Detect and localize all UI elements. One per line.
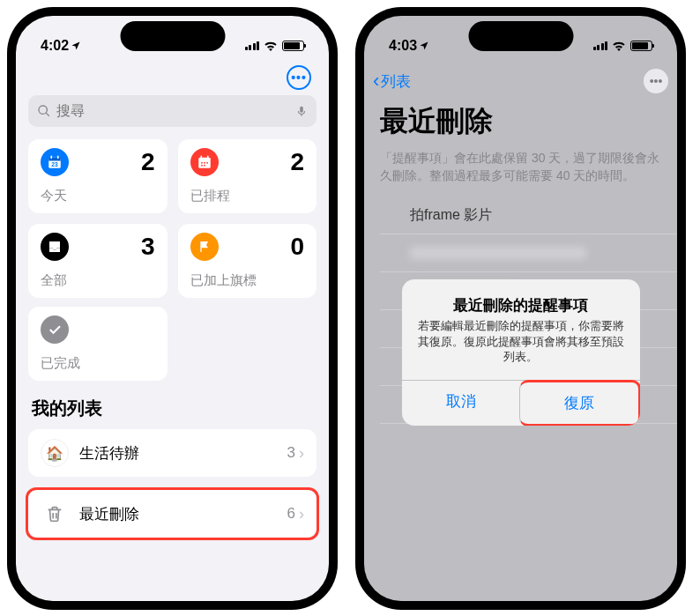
back-label: 列表 — [381, 71, 411, 92]
card-today-label: 今天 — [41, 188, 155, 204]
svg-point-9 — [204, 162, 205, 164]
house-icon: 🏠 — [41, 439, 69, 467]
page-title: 最近刪除 — [364, 97, 677, 150]
calendar-icon — [190, 148, 219, 176]
retention-info: 「提醒事項」會在此處保留 30 天，過了期限後會永久刪除。整個過程最多可能需要 … — [364, 150, 677, 197]
card-completed-label: 已完成 — [41, 355, 155, 372]
card-flagged[interactable]: 0 已加上旗標 — [178, 224, 317, 298]
back-button[interactable]: ‹ 列表 — [373, 70, 411, 93]
trash-icon — [41, 500, 69, 528]
svg-point-8 — [201, 162, 203, 164]
search-icon — [37, 104, 51, 118]
location-icon — [71, 41, 81, 51]
more-button[interactable]: ••• — [644, 69, 668, 93]
calendar-today-icon: 23 — [41, 148, 69, 176]
svg-point-11 — [201, 165, 203, 167]
card-scheduled[interactable]: 2 已排程 — [178, 139, 317, 213]
search-input[interactable] — [56, 103, 295, 119]
svg-text:23: 23 — [51, 161, 58, 167]
card-completed[interactable]: 已完成 — [28, 307, 168, 381]
cellular-icon — [245, 41, 260, 50]
chevron-left-icon: ‹ — [373, 70, 379, 93]
radio-icon[interactable] — [380, 395, 399, 414]
location-icon — [419, 41, 429, 51]
cancel-button[interactable]: 取消 — [402, 381, 520, 426]
card-all-label: 全部 — [41, 272, 155, 289]
svg-rect-6 — [200, 156, 202, 160]
svg-rect-7 — [207, 156, 209, 160]
card-today[interactable]: 23 2 今天 — [28, 139, 168, 213]
battery-icon — [630, 41, 652, 51]
flag-icon — [190, 233, 219, 261]
list-item-count: 3 — [287, 444, 295, 462]
checkmark-icon — [41, 315, 69, 344]
deleted-item[interactable]: 拍frame 影片 — [380, 197, 677, 234]
mic-icon[interactable] — [295, 103, 308, 119]
card-flagged-label: 已加上旗標 — [190, 272, 305, 289]
inbox-icon — [41, 233, 69, 261]
radio-icon[interactable] — [380, 281, 399, 301]
deleted-item-text: 拍frame 影片 — [410, 206, 492, 225]
svg-point-12 — [204, 165, 205, 167]
wifi-icon — [612, 41, 626, 51]
chevron-right-icon: › — [299, 505, 304, 523]
alert-dialog: 最近刪除的提醒事項 若要編輯最近刪除的提醒事項，你需要將其復原。復原此提醒事項會… — [402, 279, 640, 426]
alert-title: 最近刪除的提醒事項 — [416, 295, 626, 315]
svg-rect-2 — [51, 156, 53, 160]
list-item-count: 6 — [287, 505, 295, 523]
status-time: 4:02 — [41, 38, 69, 54]
status-time: 4:03 — [389, 38, 417, 54]
list-item-recently-deleted[interactable]: 最近刪除 6 › — [28, 490, 316, 538]
list-item-label: 生活待辦 — [79, 443, 287, 464]
svg-point-10 — [206, 162, 208, 164]
card-scheduled-label: 已排程 — [190, 188, 305, 204]
card-scheduled-count: 2 — [290, 148, 304, 176]
card-flagged-count: 0 — [290, 233, 304, 261]
card-today-count: 2 — [141, 148, 155, 176]
list-item-label: 最近刪除 — [79, 504, 287, 524]
cellular-icon — [593, 41, 608, 50]
redacted-text — [410, 247, 586, 259]
card-all-count: 3 — [141, 233, 155, 261]
radio-icon[interactable] — [380, 205, 399, 225]
card-all[interactable]: 3 全部 — [28, 224, 168, 298]
search-field[interactable] — [28, 95, 316, 127]
my-lists-header: 我的列表 — [28, 397, 316, 429]
svg-rect-3 — [57, 156, 59, 160]
battery-icon — [282, 41, 304, 51]
radio-icon[interactable] — [380, 243, 399, 263]
restore-button[interactable]: 復原 — [519, 380, 640, 426]
list-item-life[interactable]: 🏠 生活待辦 3 › — [28, 429, 316, 477]
deleted-item[interactable] — [380, 234, 677, 272]
wifi-icon — [264, 41, 278, 51]
chevron-right-icon: › — [299, 444, 304, 463]
my-lists: 🏠 生活待辦 3 › — [28, 429, 316, 477]
radio-icon[interactable] — [380, 319, 399, 338]
radio-icon[interactable] — [380, 357, 399, 376]
alert-message: 若要編輯最近刪除的提醒事項，你需要將其復原。復原此提醒事項會將其移至預設列表。 — [416, 319, 626, 366]
more-button[interactable]: ••• — [287, 65, 311, 90]
